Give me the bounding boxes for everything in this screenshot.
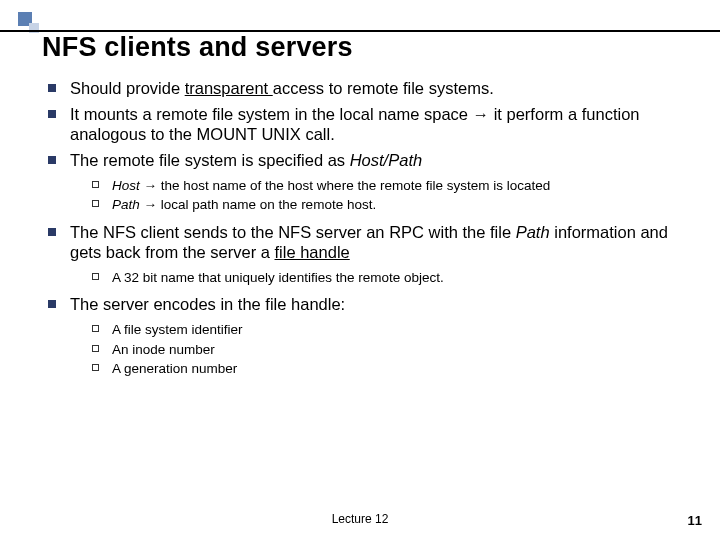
text: The remote file system is specified as (70, 151, 350, 169)
text-italic: Path (516, 223, 550, 241)
sub-bullet-item: A 32 bit name that uniquely identifies t… (92, 269, 696, 287)
text-underline: file handle (275, 243, 350, 261)
sub-bullet-item: An inode number (92, 341, 696, 359)
bullet-item: It mounts a remote file system in the lo… (46, 104, 696, 145)
slide-number: 11 (688, 513, 702, 528)
text: → the host name of the host where the re… (140, 178, 550, 193)
sub-bullet-item: Host → the host name of the host where t… (92, 177, 696, 195)
bullet-item: Should provide transparent access to rem… (46, 78, 696, 99)
text: The server encodes in the file handle: (70, 295, 345, 313)
text: The NFS client sends to the NFS server a… (70, 223, 516, 241)
text-italic: Host/Path (350, 151, 422, 169)
text-underline: transparent (185, 79, 273, 97)
slide-body: Should provide transparent access to rem… (46, 78, 696, 386)
footer-lecture: Lecture 12 (0, 512, 720, 526)
text-italic: Host (112, 178, 140, 193)
sub-bullet-item: Path → local path name on the remote hos… (92, 196, 696, 214)
bullet-item: The remote file system is specified as H… (46, 150, 696, 214)
sub-bullet-item: A file system identifier (92, 321, 696, 339)
bullet-item: The NFS client sends to the NFS server a… (46, 222, 696, 287)
bullet-item: The server encodes in the file handle: A… (46, 294, 696, 377)
text-italic: Path (112, 197, 144, 212)
sub-bullet-item: A generation number (92, 360, 696, 378)
text: access to remote file systems. (273, 79, 494, 97)
slide-title: NFS clients and servers (42, 32, 353, 63)
text: Should provide (70, 79, 185, 97)
text: → local path name on the remote host. (144, 197, 377, 212)
